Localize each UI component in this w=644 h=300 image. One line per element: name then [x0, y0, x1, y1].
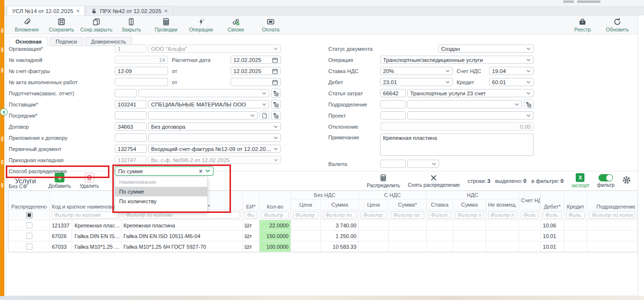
- operation-select[interactable]: Транспортные/экспедиционные услуги: [380, 56, 534, 64]
- accountant-tree-button[interactable]: [271, 89, 281, 98]
- act-number-input[interactable]: [115, 78, 168, 86]
- filter-input[interactable]: [566, 211, 585, 219]
- toggle-on-icon[interactable]: [598, 174, 613, 181]
- col-price-vat[interactable]: Цена: [359, 199, 389, 210]
- currency-code[interactable]: [380, 160, 406, 168]
- col-code-shortname[interactable]: Код и краткое наименование: [50, 191, 122, 210]
- export-button[interactable]: X экспорт: [571, 173, 589, 188]
- cost-item-select[interactable]: Транспортные услуги 23 счет: [407, 89, 534, 97]
- filter-input[interactable]: [323, 211, 356, 219]
- select-all-checkbox[interactable]: [26, 212, 32, 218]
- table-row[interactable]: 67033Гайка М10*1,25 6Н Г... Гайка М10*1,…: [9, 241, 638, 252]
- supplier-select[interactable]: СПЕЦИАЛЬНЫЕ МАТЕРИАЛЫ ООО: [148, 100, 269, 108]
- contract-select[interactable]: Без договора: [148, 122, 281, 131]
- invoice-number-input[interactable]: 14: [115, 56, 168, 64]
- row-checkbox[interactable]: [26, 233, 32, 239]
- filter-input[interactable]: [455, 211, 484, 219]
- department-select[interactable]: [407, 100, 522, 108]
- col-vat-nonrefund[interactable]: Не возмещ.: [486, 199, 519, 210]
- clear-icon[interactable]: ×: [199, 168, 202, 175]
- table-row[interactable]: 121337Крепежная пластина Крепежная пласт…: [9, 220, 638, 231]
- accountant-select[interactable]: [138, 89, 269, 97]
- close-button[interactable]: Закрыть: [114, 17, 149, 32]
- postings-button[interactable]: Проводки: [149, 17, 184, 32]
- mediator-code[interactable]: [115, 111, 147, 120]
- row-checkbox[interactable]: [26, 222, 32, 228]
- dropdown-option-by-qty[interactable]: По количеству: [115, 196, 207, 206]
- vat-account-select[interactable]: 19.04: [489, 67, 534, 75]
- col-vat-rate[interactable]: Ставка: [427, 199, 453, 210]
- registry-button[interactable]: Реестр: [565, 17, 600, 32]
- currency-select[interactable]: [407, 160, 439, 168]
- payment-button[interactable]: Оплата: [253, 17, 288, 32]
- credit-select[interactable]: 60.01: [489, 78, 534, 86]
- table-row[interactable]: 67026Гайка DIN EN ISO 10... Гайка DIN EN…: [9, 231, 638, 241]
- note-textarea[interactable]: Крепежная пластина: [380, 134, 534, 156]
- col-vat-account[interactable]: Счет НДС: [519, 191, 541, 210]
- status-select[interactable]: Создан: [438, 45, 534, 53]
- filter-input[interactable]: [488, 211, 517, 219]
- filter-input[interactable]: [293, 211, 319, 219]
- refresh-button[interactable]: Обновить: [600, 17, 635, 32]
- distribution-combobox[interactable]: По сумме × Наименование По сумме По коли…: [115, 166, 214, 176]
- mediator-tree-button[interactable]: [271, 111, 281, 120]
- department-tree-button[interactable]: [524, 100, 534, 109]
- department-code[interactable]: [380, 100, 406, 108]
- col-debit[interactable]: Дебет*: [541, 191, 564, 210]
- col-department[interactable]: Подразделение: [587, 191, 638, 210]
- sf-date-input[interactable]: 12.02.2025: [230, 67, 281, 75]
- col-qty[interactable]: Кол-во: [260, 191, 291, 210]
- filter-input[interactable]: [521, 211, 538, 219]
- accountant-code[interactable]: [115, 89, 137, 97]
- collapsed-sidebar[interactable]: [0, 0, 4, 296]
- filter-input[interactable]: [261, 211, 289, 219]
- vat-rate-select[interactable]: 20%: [380, 67, 453, 75]
- primary-doc-select[interactable]: Входящий счет-фактура №12-09 от 12.02.20…: [148, 145, 281, 153]
- attachments-button[interactable]: Вложения: [9, 17, 44, 32]
- primary-doc-code[interactable]: 132754: [115, 145, 147, 153]
- row-checkbox[interactable]: [26, 243, 32, 250]
- save-button[interactable]: Сохранить: [44, 17, 79, 32]
- tab-usl-document[interactable]: УСЛ №14 от 12.02.2025 ×: [7, 6, 85, 15]
- operations-button[interactable]: Операции: [184, 17, 218, 32]
- income-invoice-select[interactable]: Вх. с-ф. №098-2 от 12.02.2025: [148, 156, 281, 164]
- mediator-select[interactable]: [148, 111, 258, 120]
- calendar-icon[interactable]: [272, 68, 278, 74]
- calc-date-input[interactable]: 12.02.2025: [230, 56, 281, 64]
- col-vat-sum[interactable]: Сумма: [453, 199, 486, 210]
- deviation-input[interactable]: 0.00: [380, 122, 534, 131]
- save-close-button[interactable]: Сохр.закрыть: [79, 17, 114, 32]
- col-credit[interactable]: Кредит: [564, 191, 587, 210]
- supplier-tree-button[interactable]: [271, 100, 281, 109]
- debit-select[interactable]: 23.01: [380, 78, 453, 86]
- col-sum-no-vat[interactable]: Сумма: [321, 199, 359, 210]
- supplier-code[interactable]: 103241: [115, 100, 147, 108]
- tab-prh-document[interactable]: ПРХ №42 от 12.02.2025 ×: [86, 6, 173, 15]
- contract-annex-select[interactable]: [148, 134, 281, 142]
- filter-input[interactable]: [361, 211, 386, 219]
- contract-annex-code[interactable]: [115, 134, 147, 142]
- contract-code[interactable]: 34663: [115, 122, 147, 131]
- filter-input[interactable]: [429, 211, 451, 219]
- organization-select[interactable]: ООО "Альфа": [148, 45, 281, 53]
- mediator-doc-button[interactable]: [260, 111, 269, 120]
- calendar-icon[interactable]: [272, 79, 278, 85]
- links-button[interactable]: Связки: [218, 17, 253, 32]
- project-select[interactable]: [407, 111, 534, 120]
- organization-code[interactable]: 1: [115, 45, 147, 53]
- filter-toggle[interactable]: фильтр: [597, 174, 614, 188]
- col-distributed[interactable]: Распределено: [9, 191, 50, 210]
- income-invoice-code[interactable]: 132747: [115, 156, 147, 164]
- act-date-input[interactable]: [230, 78, 281, 86]
- filter-input[interactable]: [589, 211, 635, 219]
- tab-close-icon[interactable]: ×: [76, 8, 79, 15]
- project-code[interactable]: [380, 111, 406, 120]
- sf-number-input[interactable]: 12-09: [115, 67, 168, 75]
- calendar-icon[interactable]: [272, 57, 278, 63]
- dropdown-option-by-sum[interactable]: По сумме: [115, 187, 207, 196]
- tab-close-icon[interactable]: ×: [164, 8, 168, 15]
- cost-item-code[interactable]: 66642: [380, 89, 406, 97]
- col-unit[interactable]: ЕИ*: [243, 191, 260, 210]
- chevron-down-icon[interactable]: [205, 169, 210, 173]
- filter-input[interactable]: [52, 211, 119, 219]
